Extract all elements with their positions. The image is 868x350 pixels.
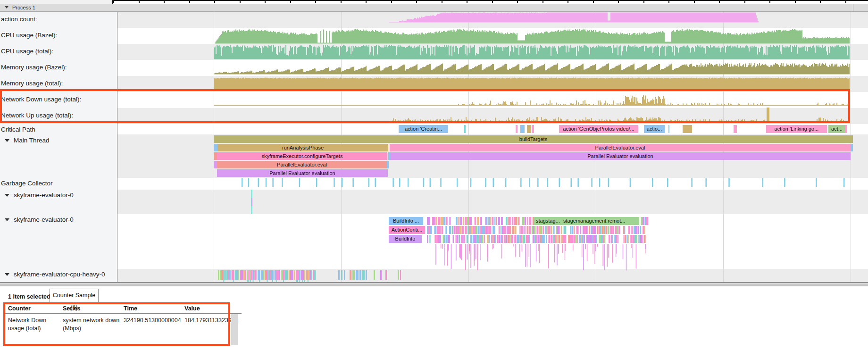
flame-slice[interactable]: runAnalysisPhase: [217, 144, 388, 151]
ruler-tick: [164, 0, 165, 3]
trace-viewer: Process 1 action 'Creatin...action 'GenO…: [0, 0, 868, 350]
ruler-tick: [240, 0, 241, 3]
thread-label: skyframe-evaluator-0: [14, 216, 74, 223]
track-header-skyframe-evaluator-cpu-heavy-0[interactable]: skyframe-evaluator-cpu-heavy-0: [5, 271, 105, 278]
thread-label: skyframe-evaluator-cpu-heavy-0: [14, 271, 105, 278]
critical-path-slice[interactable]: action 'Creatin...: [399, 125, 448, 133]
network-tracks-highlight-box: [0, 89, 850, 123]
ruler-tick-area: [112, 0, 868, 4]
track-header-skyframe-evaluator-0[interactable]: skyframe-evaluator-0: [5, 216, 74, 223]
panel-splitter[interactable]: [0, 282, 868, 286]
ruler-tick: [341, 0, 342, 3]
flame-slice[interactable]: buildTargets: [214, 135, 853, 143]
track-label-critical-path: Critical Path: [1, 126, 35, 133]
ruler-tick: [845, 0, 846, 3]
timeline-ruler[interactable]: [0, 0, 868, 4]
ruler-tick: [542, 0, 543, 3]
flame-slice[interactable]: ParallelEvaluator.eval: [217, 161, 387, 168]
collapse-arrow-icon[interactable]: [5, 139, 9, 142]
ruler-tick: [467, 0, 467, 3]
ruler-tick: [593, 0, 594, 3]
ruler-tick: [769, 0, 770, 3]
skyframe-stage-slices[interactable]: stagstag...stagemanagement.remot...: [534, 217, 639, 225]
thread-label: Garbage Collector: [1, 180, 53, 187]
ruler-tick: [366, 0, 367, 3]
track-label-memory-usage-bazel-: Memory usage (Bazel):: [1, 64, 67, 71]
ruler-tick: [719, 0, 720, 3]
track-label-cpu-usage-total-: CPU usage (total):: [1, 48, 53, 55]
ruler-tick: [315, 0, 316, 3]
ruler-tick: [668, 0, 669, 3]
critical-path-slice[interactable]: actio...: [644, 125, 665, 133]
ruler-tick: [442, 0, 442, 3]
critical-path-slice[interactable]: action 'GenObjcProtos video/...: [559, 125, 638, 133]
ruler-tick: [568, 0, 568, 3]
tab-counter-sample[interactable]: Counter Sample (1): [50, 289, 99, 302]
collapse-arrow-icon[interactable]: [5, 273, 9, 276]
selection-status: 1 item selected.: [8, 293, 52, 300]
skyframe-slice[interactable]: BuildInfo: [389, 235, 422, 243]
ruler-tick: [214, 0, 215, 3]
thread-label: Main Thread: [14, 137, 50, 144]
collapse-arrow-icon[interactable]: [5, 194, 9, 197]
table-scrollbar[interactable]: [231, 314, 238, 345]
flame-slice[interactable]: [214, 152, 217, 160]
ruler-tick: [391, 0, 392, 3]
flame-slice[interactable]: [851, 144, 853, 151]
collapse-arrow-icon[interactable]: [5, 218, 9, 221]
process-label: Process 1: [12, 5, 35, 10]
stage-slice-label: stagemanagement.remot...: [563, 218, 625, 224]
ruler-tick: [265, 0, 266, 3]
critical-path-slice[interactable]: action 'Linking go...: [766, 125, 827, 133]
flame-slice[interactable]: skyframeExecutor.configureTargets: [217, 152, 387, 160]
ruler-tick: [416, 0, 417, 3]
flame-slice[interactable]: Parallel Evaluator evaluation: [390, 152, 851, 160]
skyframe-slice[interactable]: BuildInfo ...: [389, 217, 423, 225]
ruler-tick: [820, 0, 821, 3]
ruler-tick: [517, 0, 518, 3]
flame-slice[interactable]: [214, 161, 217, 168]
thread-label: skyframe-evaluator-0: [14, 192, 74, 199]
stage-slice-label: stagstag...: [536, 218, 560, 224]
track-header-skyframe-evaluator-0[interactable]: skyframe-evaluator-0: [5, 192, 74, 199]
flame-slice[interactable]: Parallel Evaluator evaluation: [217, 169, 388, 177]
skyframe-slice[interactable]: ActionConti...: [389, 226, 425, 234]
track-label-cpu-usage-bazel-: CPU usage (Bazel):: [1, 32, 57, 39]
ruler-tick: [139, 0, 140, 3]
flame-slice[interactable]: [387, 161, 389, 168]
ruler-tick: [492, 0, 493, 3]
timeline-canvas-area[interactable]: action 'Creatin...action 'GenObjcProtos …: [117, 12, 868, 282]
flame-slice[interactable]: ParallelEvaluator.eval: [390, 144, 851, 151]
collapse-arrow-icon[interactable]: [5, 6, 8, 8]
process-header[interactable]: Process 1: [0, 4, 868, 12]
ruler-tick: [643, 0, 644, 3]
ruler-tick: [189, 0, 190, 3]
track-label-sidebar: action count:CPU usage (Bazel):CPU usage…: [0, 12, 117, 282]
process-bar-divider: [853, 4, 853, 12]
ruler-tick: [795, 0, 796, 3]
ruler-tick: [290, 0, 291, 3]
analysis-panel: 1 item selected. Counter Sample (1) Coun…: [0, 286, 868, 350]
track-header-main-thread[interactable]: Main Thread: [5, 137, 50, 144]
ruler-tick: [113, 0, 114, 3]
ruler-tick: [618, 0, 619, 3]
ruler-tick: [694, 0, 695, 3]
critical-path-slice[interactable]: act...: [828, 125, 845, 133]
track-header-garbage-collector[interactable]: Garbage Collector: [1, 180, 53, 187]
ruler-tick: [744, 0, 745, 3]
flame-slice[interactable]: [214, 144, 217, 151]
track-label-action-count-: action count:: [1, 16, 37, 23]
track-label-memory-usage-total-: Memory usage (total):: [1, 80, 63, 87]
counter-table-highlight-box: [3, 302, 230, 346]
